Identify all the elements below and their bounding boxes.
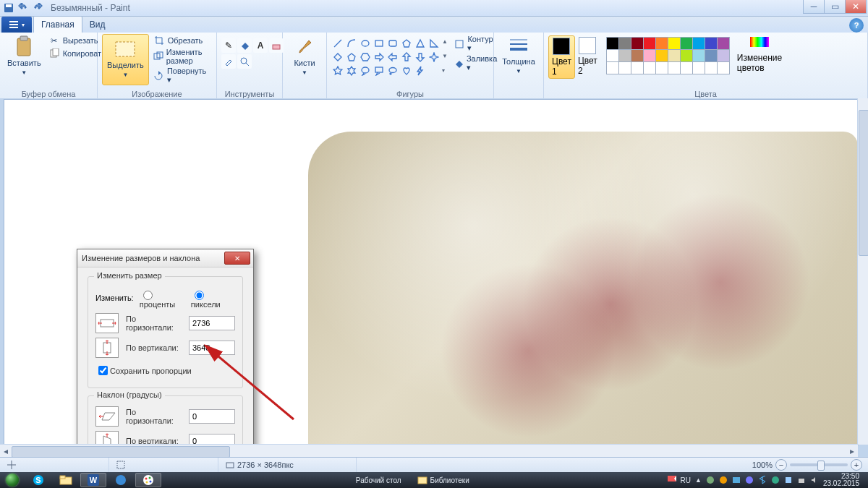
shape-curve[interactable] xyxy=(345,37,358,50)
swatch[interactable] xyxy=(618,37,631,50)
select-button[interactable]: Выделить ▼ xyxy=(102,34,149,85)
qat-save-icon[interactable] xyxy=(3,2,14,14)
task-explorer[interactable] xyxy=(53,473,79,487)
swatch[interactable] xyxy=(705,37,718,50)
swatch-empty[interactable] xyxy=(655,61,668,74)
swatch-empty[interactable] xyxy=(631,61,644,74)
swatch[interactable] xyxy=(717,37,730,50)
swatch[interactable] xyxy=(631,49,644,62)
zoom-slider[interactable] xyxy=(790,463,848,466)
swatch[interactable] xyxy=(717,49,730,62)
swatch[interactable] xyxy=(655,49,668,62)
swatch[interactable] xyxy=(643,49,656,62)
shape-triangle[interactable] xyxy=(414,37,427,50)
minimize-button[interactable]: ─ xyxy=(803,0,825,14)
shape-heart[interactable] xyxy=(400,64,413,77)
swatch[interactable] xyxy=(618,49,631,62)
tray-up-icon[interactable]: ▲ xyxy=(695,476,702,484)
shape-rtriangle[interactable] xyxy=(427,37,441,50)
shape-cloudcallout[interactable] xyxy=(386,64,399,77)
dialog-titlebar[interactable]: Изменение размеров и наклона ✕ xyxy=(77,249,253,267)
tray-language[interactable]: RU xyxy=(681,476,691,484)
help-button[interactable]: ? xyxy=(849,18,864,33)
tool-fill[interactable] xyxy=(237,38,252,53)
swatch[interactable] xyxy=(631,37,644,50)
shape-pentagon[interactable] xyxy=(345,51,358,64)
keep-ratio-checkbox[interactable]: Сохранить пропорции xyxy=(95,362,235,376)
shape-6star[interactable] xyxy=(345,64,358,77)
vscroll-thumb[interactable] xyxy=(859,110,868,256)
tray-flag-icon[interactable] xyxy=(668,476,676,484)
file-menu-button[interactable]: ▾ xyxy=(1,17,32,33)
shape-4star[interactable] xyxy=(427,51,441,64)
shape-hexagon[interactable] xyxy=(359,51,372,64)
tray-icon-3[interactable] xyxy=(732,476,741,484)
shape-oval[interactable] xyxy=(359,37,372,50)
brushes-button[interactable]: Кисти ▼ xyxy=(287,34,322,79)
swatch[interactable] xyxy=(606,49,619,62)
tray-icon-5[interactable] xyxy=(771,476,780,484)
swatch[interactable] xyxy=(643,37,656,50)
taskbar-desktop-label[interactable]: Рабочий стол xyxy=(356,476,401,484)
swatch-empty[interactable] xyxy=(643,61,656,74)
color-palette[interactable] xyxy=(606,37,728,73)
start-button[interactable] xyxy=(0,472,25,488)
swatch-empty[interactable] xyxy=(618,61,631,74)
swatch-empty[interactable] xyxy=(606,61,619,74)
task-browser[interactable] xyxy=(108,473,134,487)
dialog-close-button[interactable]: ✕ xyxy=(224,252,250,265)
vert-input[interactable] xyxy=(189,341,235,355)
swatch[interactable] xyxy=(680,37,693,50)
swatch-empty[interactable] xyxy=(692,61,705,74)
tab-home[interactable]: Главная xyxy=(33,16,82,33)
shapes-scroll-down[interactable]: ▼ xyxy=(442,53,448,59)
shape-line[interactable] xyxy=(331,37,344,50)
thickness-button[interactable]: Толщина ▼ xyxy=(498,34,539,77)
crop-button[interactable]: Обрезать xyxy=(152,34,212,47)
close-button[interactable]: ✕ xyxy=(845,0,867,14)
horizontal-scrollbar[interactable]: ◂ ▸ xyxy=(0,444,858,458)
maximize-button[interactable]: ▭ xyxy=(824,0,846,14)
color2-button[interactable]: Цвет 2 xyxy=(575,35,600,77)
tray-bluetooth-icon[interactable] xyxy=(758,476,767,484)
swatch[interactable] xyxy=(692,37,705,50)
task-skype[interactable]: S xyxy=(25,473,51,487)
swatch-empty[interactable] xyxy=(705,61,718,74)
swatch[interactable] xyxy=(705,49,718,62)
shape-diamond[interactable] xyxy=(331,51,344,64)
tool-picker[interactable] xyxy=(221,54,236,69)
shape-rectcallout[interactable] xyxy=(373,64,386,77)
radio-percent[interactable]: проценты xyxy=(140,287,184,309)
tab-view[interactable]: Вид xyxy=(82,17,113,33)
vertical-scrollbar[interactable] xyxy=(857,98,868,445)
tray-icon-4[interactable] xyxy=(745,476,754,484)
zoom-slider-knob[interactable] xyxy=(817,461,825,471)
shapes-gallery[interactable] xyxy=(331,37,441,77)
shape-5star[interactable] xyxy=(331,64,344,77)
paste-button[interactable]: Вставить ▼ xyxy=(4,34,44,79)
swatch[interactable] xyxy=(692,49,705,62)
swatch[interactable] xyxy=(680,49,693,62)
zoom-out-button[interactable]: − xyxy=(775,459,787,471)
tray-volume-icon[interactable] xyxy=(810,476,819,484)
color1-button[interactable]: Цвет 1 xyxy=(548,35,575,79)
qat-redo-icon[interactable] xyxy=(32,2,43,14)
swatch[interactable] xyxy=(655,37,668,50)
shape-arrowr[interactable] xyxy=(373,51,386,64)
swatch-empty[interactable] xyxy=(717,61,730,74)
qat-undo-icon[interactable] xyxy=(17,2,29,14)
shape-fill-button[interactable]: Заливка ▾ xyxy=(452,53,500,73)
shape-polygon[interactable] xyxy=(400,37,413,50)
tool-text[interactable]: A xyxy=(253,38,268,53)
skew-vert-input[interactable] xyxy=(189,434,235,445)
swatch[interactable] xyxy=(668,37,681,50)
swatch-empty[interactable] xyxy=(680,61,693,74)
tool-zoom[interactable] xyxy=(237,54,252,69)
skew-horiz-input[interactable] xyxy=(189,409,235,424)
tool-pencil[interactable]: ✎ xyxy=(221,38,236,53)
task-word[interactable]: W xyxy=(80,473,106,487)
shapes-scroll-up[interactable]: ▲ xyxy=(442,38,448,45)
shape-arrowl[interactable] xyxy=(386,51,399,64)
tray-icon-2[interactable] xyxy=(719,476,728,484)
shape-arrowd[interactable] xyxy=(414,51,427,64)
